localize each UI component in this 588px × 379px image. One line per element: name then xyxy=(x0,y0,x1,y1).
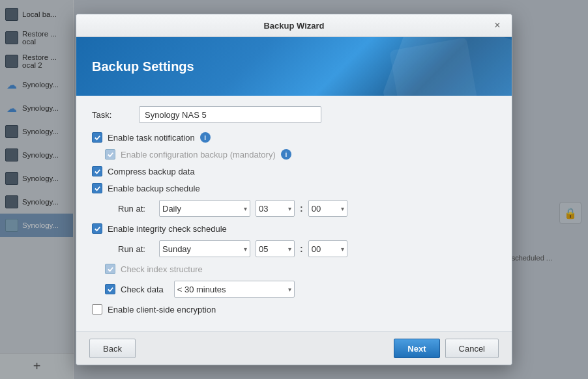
compress-backup-row: Compress backup data xyxy=(92,166,496,176)
enable-task-notification-label: Enable task notification xyxy=(108,133,195,143)
check-data-checkbox[interactable] xyxy=(105,284,115,294)
check-index-structure-label: Check index structure xyxy=(121,264,203,274)
enable-config-backup-row: Enable configuration backup (mandatory) … xyxy=(92,149,496,160)
integrity-day-dropdown[interactable]: Sunday ▾ xyxy=(159,240,250,257)
check-data-duration-value: < 30 minutes xyxy=(177,285,226,294)
chevron-down-icon: ▾ xyxy=(288,205,291,212)
task-notification-info-icon[interactable]: i xyxy=(200,132,211,143)
backup-hour-value: 03 xyxy=(259,204,268,214)
backup-run-at-label: Run at: xyxy=(118,204,154,214)
dialog-titlebar: Backup Wizard × xyxy=(76,14,512,37)
close-button[interactable]: × xyxy=(491,19,504,32)
compress-backup-checkbox[interactable] xyxy=(92,166,102,176)
integrity-minute-dropdown[interactable]: 00 ▾ xyxy=(308,240,347,257)
chevron-down-icon: ▾ xyxy=(341,246,344,253)
backup-hour-dropdown[interactable]: 03 ▾ xyxy=(256,200,295,217)
integrity-minute-value: 00 xyxy=(312,244,321,254)
enable-task-notification-row: Enable task notification i xyxy=(92,132,496,143)
time-separator: : xyxy=(300,244,303,254)
integrity-run-at-label: Run at: xyxy=(118,244,154,254)
next-button[interactable]: Next xyxy=(394,339,439,358)
chevron-down-icon: ▾ xyxy=(244,246,247,253)
enable-integrity-check-checkbox[interactable] xyxy=(92,223,102,234)
enable-client-encryption-label: Enable client-side encryption xyxy=(108,305,216,315)
checkmark-icon xyxy=(107,286,114,293)
checkmark-icon xyxy=(94,185,101,192)
dialog-title: Backup Wizard xyxy=(97,21,491,31)
enable-backup-schedule-label: Enable backup schedule xyxy=(108,184,200,193)
cancel-button[interactable]: Cancel xyxy=(445,339,499,358)
footer-right: Next Cancel xyxy=(394,339,499,358)
check-data-label: Check data xyxy=(121,285,164,294)
check-data-row: Check data < 30 minutes ▾ xyxy=(92,281,496,298)
checkmark-icon xyxy=(94,168,101,175)
back-button[interactable]: Back xyxy=(89,339,136,358)
enable-backup-schedule-checkbox[interactable] xyxy=(92,183,102,193)
check-data-duration-dropdown[interactable]: < 30 minutes ▾ xyxy=(174,281,295,298)
chevron-down-icon: ▾ xyxy=(341,205,344,212)
dialog-header: Backup Settings xyxy=(76,37,512,96)
backup-minute-value: 00 xyxy=(312,204,321,214)
dialog-header-title: Backup Settings xyxy=(92,59,194,74)
integrity-day-value: Sunday xyxy=(162,244,191,254)
check-index-structure-checkbox xyxy=(105,264,115,274)
modal-overlay: Backup Wizard × Backup Settings Task: xyxy=(0,0,588,379)
checkmark-icon xyxy=(107,151,114,158)
enable-client-encryption-row: Enable client-side encryption xyxy=(92,304,496,315)
enable-integrity-check-row: Enable integrity check schedule xyxy=(92,223,496,234)
task-label: Task: xyxy=(92,110,131,120)
chevron-down-icon: ▾ xyxy=(244,205,247,212)
integrity-hour-value: 05 xyxy=(259,244,268,254)
task-row: Task: xyxy=(92,106,496,123)
chevron-down-icon: ▾ xyxy=(288,246,291,253)
config-backup-info-icon[interactable]: i xyxy=(281,149,291,160)
enable-config-backup-label: Enable configuration backup (mandatory) xyxy=(121,150,276,160)
footer-left: Back xyxy=(89,339,136,358)
enable-task-notification-checkbox[interactable] xyxy=(92,132,102,143)
backup-schedule-run-at-row: Run at: Daily ▾ 03 ▾ : 00 ▾ xyxy=(92,200,496,217)
dialog-footer: Back Next Cancel xyxy=(76,331,512,365)
checkmark-icon xyxy=(94,134,101,141)
enable-backup-schedule-row: Enable backup schedule xyxy=(92,183,496,193)
time-separator: : xyxy=(300,203,303,214)
backup-frequency-value: Daily xyxy=(162,204,181,214)
checkmark-icon xyxy=(94,225,101,232)
integrity-hour-dropdown[interactable]: 05 ▾ xyxy=(256,240,295,257)
check-index-structure-row: Check index structure xyxy=(92,264,496,274)
backup-frequency-dropdown[interactable]: Daily ▾ xyxy=(159,200,250,217)
integrity-schedule-run-at-row: Run at: Sunday ▾ 05 ▾ : 00 ▾ xyxy=(92,240,496,257)
enable-config-backup-checkbox xyxy=(105,149,115,160)
checkmark-icon xyxy=(107,266,114,273)
enable-integrity-check-label: Enable integrity check schedule xyxy=(108,224,227,234)
compress-backup-label: Compress backup data xyxy=(108,167,195,176)
backup-wizard-dialog: Backup Wizard × Backup Settings Task: xyxy=(76,14,512,365)
enable-client-encryption-checkbox[interactable] xyxy=(92,304,102,315)
dialog-body: Task: Enable task notification i xyxy=(76,96,512,331)
task-input[interactable] xyxy=(139,106,321,123)
chevron-down-icon: ▾ xyxy=(288,286,291,293)
backup-minute-dropdown[interactable]: 00 ▾ xyxy=(308,200,347,217)
